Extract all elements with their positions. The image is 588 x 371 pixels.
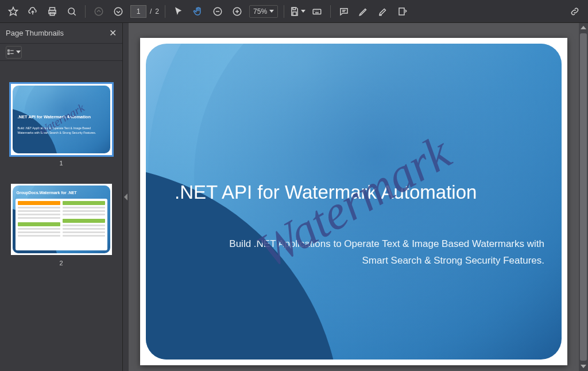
link-icon[interactable] bbox=[565, 2, 585, 21]
svg-point-7 bbox=[114, 7, 122, 16]
zoom-in-icon[interactable] bbox=[227, 2, 247, 21]
main-area: Page Thumbnails ✕ .NET API for Watermark… bbox=[0, 23, 588, 371]
scroll-down-button[interactable] bbox=[579, 362, 588, 371]
chevron-down-icon bbox=[581, 365, 586, 368]
main-toolbar: / 2 75% bbox=[0, 0, 588, 23]
svg-line-5 bbox=[74, 13, 76, 16]
highlight-icon[interactable] bbox=[373, 2, 393, 21]
document-page: .NET API for Watermark Automation Build … bbox=[140, 38, 567, 365]
svg-rect-22 bbox=[399, 8, 404, 15]
keyboard-icon[interactable] bbox=[307, 2, 327, 21]
slide-subtitle: Build .NET Applications to Operate Text … bbox=[226, 236, 544, 269]
thumbnail-item: GroupDocs.Watermark for .NET bbox=[11, 184, 112, 266]
page-indicator: / 2 bbox=[130, 5, 159, 18]
hand-tool-icon[interactable] bbox=[188, 2, 208, 21]
thumbnails-sidebar: Page Thumbnails ✕ .NET API for Watermark… bbox=[0, 23, 123, 371]
scroll-up-button[interactable] bbox=[579, 23, 588, 32]
pen-icon[interactable] bbox=[354, 2, 373, 21]
svg-rect-23 bbox=[8, 49, 9, 51]
svg-rect-25 bbox=[8, 53, 9, 54]
thumbnail-page-1[interactable]: .NET API for Watermark Automation Build … bbox=[11, 84, 112, 155]
chevron-left-icon bbox=[124, 194, 127, 200]
svg-point-6 bbox=[95, 7, 103, 16]
star-icon[interactable] bbox=[3, 2, 23, 21]
svg-point-4 bbox=[68, 8, 75, 14]
toolbar-separator bbox=[330, 5, 331, 18]
list-icon bbox=[7, 48, 15, 56]
toolbar-separator bbox=[85, 5, 86, 18]
thumbnail-options-button[interactable] bbox=[6, 46, 22, 59]
total-pages: 2 bbox=[155, 7, 159, 16]
upload-icon[interactable] bbox=[23, 2, 42, 21]
print-icon[interactable] bbox=[42, 2, 62, 21]
thumbnail-number: 2 bbox=[59, 260, 63, 266]
page-up-icon[interactable] bbox=[89, 2, 109, 21]
toolbar-separator bbox=[284, 5, 284, 18]
page-viewer[interactable]: .NET API for Watermark Automation Build … bbox=[129, 23, 579, 371]
sidebar-collapse-handle[interactable] bbox=[123, 23, 129, 371]
search-icon[interactable] bbox=[62, 2, 82, 21]
save-dropdown-icon[interactable] bbox=[288, 2, 307, 21]
thumb-title: GroupDocs.Watermark for .NET bbox=[17, 191, 77, 195]
current-page-input[interactable] bbox=[130, 5, 146, 18]
close-icon[interactable]: ✕ bbox=[109, 28, 117, 38]
sidebar-title: Page Thumbnails bbox=[6, 29, 64, 37]
thumbnail-number: 1 bbox=[59, 160, 63, 167]
zoom-level-value: 75% bbox=[253, 7, 267, 16]
svg-rect-13 bbox=[293, 7, 296, 10]
comment-icon[interactable] bbox=[334, 2, 354, 21]
zoom-level-dropdown[interactable]: 75% bbox=[249, 5, 278, 18]
chevron-down-icon bbox=[301, 10, 305, 13]
page-separator: / bbox=[150, 7, 152, 16]
svg-rect-14 bbox=[293, 11, 296, 15]
pointer-tool-icon[interactable] bbox=[169, 2, 188, 21]
chevron-down-icon bbox=[16, 51, 21, 53]
thumbnail-item: .NET API for Watermark Automation Build … bbox=[11, 84, 112, 167]
text-edit-icon[interactable] bbox=[393, 2, 412, 21]
zoom-out-icon[interactable] bbox=[208, 2, 227, 21]
chevron-down-icon bbox=[269, 10, 274, 13]
svg-rect-15 bbox=[313, 9, 321, 14]
thumb-content-panel bbox=[16, 199, 107, 250]
page-down-icon[interactable] bbox=[109, 2, 128, 21]
svg-marker-0 bbox=[9, 7, 18, 15]
sidebar-header: Page Thumbnails ✕ bbox=[0, 23, 122, 44]
slide-title: .NET API for Watermark Automation bbox=[175, 181, 544, 203]
chevron-up-icon bbox=[581, 26, 586, 29]
vertical-scrollbar[interactable] bbox=[579, 23, 588, 371]
sidebar-subtoolbar bbox=[0, 44, 122, 61]
toolbar-separator bbox=[165, 5, 165, 18]
thumb-subtitle: Build .NET Applications to Operate Text … bbox=[18, 126, 106, 136]
scrollbar-thumb[interactable] bbox=[580, 33, 587, 361]
thumbnails-list: .NET API for Watermark Automation Build … bbox=[0, 61, 122, 371]
thumbnail-page-2[interactable]: GroupDocs.Watermark for .NET bbox=[11, 184, 112, 255]
